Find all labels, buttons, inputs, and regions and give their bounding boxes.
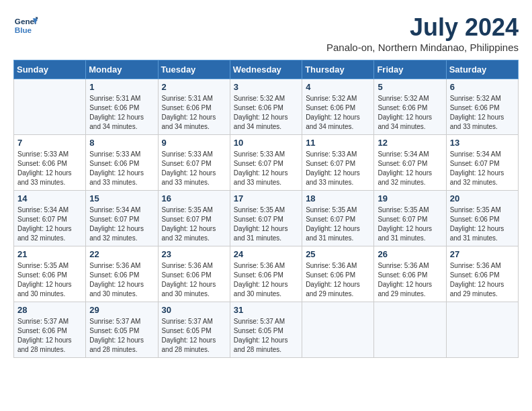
svg-text:Blue: Blue	[15, 26, 32, 34]
calendar-cell: 27Sunrise: 5:36 AM Sunset: 6:06 PM Dayli…	[446, 246, 518, 302]
calendar-cell	[374, 302, 446, 358]
calendar-cell: 11Sunrise: 5:33 AM Sunset: 6:07 PM Dayli…	[302, 135, 374, 191]
logo-icon: General Blue	[13, 13, 38, 38]
day-number: 30	[162, 305, 226, 315]
day-number: 25	[306, 249, 370, 259]
calendar-cell: 31Sunrise: 5:37 AM Sunset: 6:05 PM Dayli…	[230, 302, 302, 358]
day-info: Sunrise: 5:36 AM Sunset: 6:06 PM Dayligh…	[89, 261, 154, 299]
day-number: 22	[89, 249, 154, 259]
calendar-cell: 24Sunrise: 5:36 AM Sunset: 6:06 PM Dayli…	[230, 246, 302, 302]
day-number: 11	[306, 138, 370, 148]
calendar-cell: 15Sunrise: 5:34 AM Sunset: 6:07 PM Dayli…	[86, 191, 158, 246]
day-info: Sunrise: 5:37 AM Sunset: 6:05 PM Dayligh…	[89, 317, 154, 355]
day-number: 26	[378, 249, 442, 259]
day-info: Sunrise: 5:33 AM Sunset: 6:06 PM Dayligh…	[89, 150, 154, 187]
day-number: 3	[234, 82, 298, 92]
calendar-cell	[446, 302, 518, 358]
day-number: 24	[234, 249, 298, 259]
calendar-week-row: 28Sunrise: 5:37 AM Sunset: 6:06 PM Dayli…	[14, 302, 519, 358]
calendar-cell: 16Sunrise: 5:35 AM Sunset: 6:07 PM Dayli…	[158, 191, 230, 246]
calendar-cell: 21Sunrise: 5:35 AM Sunset: 6:06 PM Dayli…	[14, 246, 86, 302]
calendar-cell: 28Sunrise: 5:37 AM Sunset: 6:06 PM Dayli…	[14, 302, 86, 358]
calendar-cell: 18Sunrise: 5:35 AM Sunset: 6:07 PM Dayli…	[302, 191, 374, 246]
day-number: 17	[234, 193, 298, 203]
day-info: Sunrise: 5:36 AM Sunset: 6:06 PM Dayligh…	[450, 261, 515, 299]
day-number: 21	[17, 249, 82, 259]
calendar-cell: 3Sunrise: 5:32 AM Sunset: 6:06 PM Daylig…	[230, 79, 302, 135]
day-number: 14	[17, 193, 82, 203]
calendar-header-cell: Friday	[374, 60, 446, 79]
day-number: 28	[17, 305, 82, 315]
calendar-cell: 7Sunrise: 5:33 AM Sunset: 6:06 PM Daylig…	[14, 135, 86, 191]
day-info: Sunrise: 5:34 AM Sunset: 6:07 PM Dayligh…	[450, 150, 515, 187]
calendar-cell: 9Sunrise: 5:33 AM Sunset: 6:07 PM Daylig…	[158, 135, 230, 191]
calendar-cell: 2Sunrise: 5:31 AM Sunset: 6:06 PM Daylig…	[158, 79, 230, 135]
calendar-cell: 30Sunrise: 5:37 AM Sunset: 6:05 PM Dayli…	[158, 302, 230, 358]
calendar-cell: 13Sunrise: 5:34 AM Sunset: 6:07 PM Dayli…	[446, 135, 518, 191]
day-number: 5	[378, 82, 442, 92]
day-info: Sunrise: 5:35 AM Sunset: 6:07 PM Dayligh…	[162, 205, 226, 243]
day-info: Sunrise: 5:33 AM Sunset: 6:07 PM Dayligh…	[306, 150, 370, 187]
logo: General Blue	[13, 13, 38, 38]
day-info: Sunrise: 5:34 AM Sunset: 6:07 PM Dayligh…	[378, 150, 442, 187]
day-info: Sunrise: 5:36 AM Sunset: 6:06 PM Dayligh…	[378, 261, 442, 299]
day-number: 23	[162, 249, 226, 259]
calendar-cell: 20Sunrise: 5:35 AM Sunset: 6:06 PM Dayli…	[446, 191, 518, 246]
day-info: Sunrise: 5:34 AM Sunset: 6:07 PM Dayligh…	[17, 205, 82, 243]
calendar-table: SundayMondayTuesdayWednesdayThursdayFrid…	[13, 60, 519, 358]
day-info: Sunrise: 5:32 AM Sunset: 6:06 PM Dayligh…	[306, 94, 370, 132]
day-info: Sunrise: 5:37 AM Sunset: 6:05 PM Dayligh…	[162, 317, 226, 355]
day-number: 29	[89, 305, 154, 315]
day-number: 2	[162, 82, 226, 92]
calendar-cell: 4Sunrise: 5:32 AM Sunset: 6:06 PM Daylig…	[302, 79, 374, 135]
calendar-header-cell: Saturday	[446, 60, 518, 79]
day-info: Sunrise: 5:36 AM Sunset: 6:06 PM Dayligh…	[306, 261, 370, 299]
day-info: Sunrise: 5:35 AM Sunset: 6:06 PM Dayligh…	[17, 261, 82, 299]
day-info: Sunrise: 5:32 AM Sunset: 6:06 PM Dayligh…	[450, 94, 515, 132]
day-number: 19	[378, 193, 442, 203]
day-number: 15	[89, 193, 154, 203]
day-info: Sunrise: 5:32 AM Sunset: 6:06 PM Dayligh…	[378, 94, 442, 132]
calendar-cell: 26Sunrise: 5:36 AM Sunset: 6:06 PM Dayli…	[374, 246, 446, 302]
day-number: 27	[450, 249, 515, 259]
day-number: 10	[234, 138, 298, 148]
calendar-cell: 17Sunrise: 5:35 AM Sunset: 6:07 PM Dayli…	[230, 191, 302, 246]
calendar-header-row: SundayMondayTuesdayWednesdayThursdayFrid…	[14, 60, 519, 79]
calendar-cell: 19Sunrise: 5:35 AM Sunset: 6:07 PM Dayli…	[374, 191, 446, 246]
day-info: Sunrise: 5:36 AM Sunset: 6:06 PM Dayligh…	[162, 261, 226, 299]
day-info: Sunrise: 5:32 AM Sunset: 6:06 PM Dayligh…	[234, 94, 298, 132]
page-header: General Blue July 2024 Panalo-on, Northe…	[13, 13, 519, 53]
day-number: 16	[162, 193, 226, 203]
day-info: Sunrise: 5:36 AM Sunset: 6:06 PM Dayligh…	[234, 261, 298, 299]
calendar-header-cell: Monday	[86, 60, 158, 79]
calendar-week-row: 1Sunrise: 5:31 AM Sunset: 6:06 PM Daylig…	[14, 79, 519, 135]
calendar-header-cell: Sunday	[14, 60, 86, 79]
calendar-cell	[14, 79, 86, 135]
calendar-cell: 12Sunrise: 5:34 AM Sunset: 6:07 PM Dayli…	[374, 135, 446, 191]
day-number: 6	[450, 82, 515, 92]
day-info: Sunrise: 5:37 AM Sunset: 6:06 PM Dayligh…	[17, 317, 82, 355]
day-info: Sunrise: 5:35 AM Sunset: 6:07 PM Dayligh…	[378, 205, 442, 243]
day-info: Sunrise: 5:37 AM Sunset: 6:05 PM Dayligh…	[234, 317, 298, 355]
day-number: 7	[17, 138, 82, 148]
calendar-cell: 25Sunrise: 5:36 AM Sunset: 6:06 PM Dayli…	[302, 246, 374, 302]
calendar-cell: 22Sunrise: 5:36 AM Sunset: 6:06 PM Dayli…	[86, 246, 158, 302]
title-area: July 2024 Panalo-on, Northern Mindanao, …	[326, 13, 519, 53]
day-info: Sunrise: 5:34 AM Sunset: 6:07 PM Dayligh…	[89, 205, 154, 243]
day-number: 1	[89, 82, 154, 92]
day-number: 20	[450, 193, 515, 203]
calendar-header-cell: Thursday	[302, 60, 374, 79]
calendar-cell: 14Sunrise: 5:34 AM Sunset: 6:07 PM Dayli…	[14, 191, 86, 246]
calendar-week-row: 21Sunrise: 5:35 AM Sunset: 6:06 PM Dayli…	[14, 246, 519, 302]
day-info: Sunrise: 5:33 AM Sunset: 6:07 PM Dayligh…	[234, 150, 298, 187]
calendar-cell: 8Sunrise: 5:33 AM Sunset: 6:06 PM Daylig…	[86, 135, 158, 191]
calendar-cell: 1Sunrise: 5:31 AM Sunset: 6:06 PM Daylig…	[86, 79, 158, 135]
calendar-week-row: 7Sunrise: 5:33 AM Sunset: 6:06 PM Daylig…	[14, 135, 519, 191]
day-number: 4	[306, 82, 370, 92]
day-number: 12	[378, 138, 442, 148]
day-number: 13	[450, 138, 515, 148]
location: Panalo-on, Northern Mindanao, Philippine…	[326, 42, 519, 53]
calendar-header-cell: Wednesday	[230, 60, 302, 79]
month-year: July 2024	[326, 13, 519, 42]
day-number: 18	[306, 193, 370, 203]
